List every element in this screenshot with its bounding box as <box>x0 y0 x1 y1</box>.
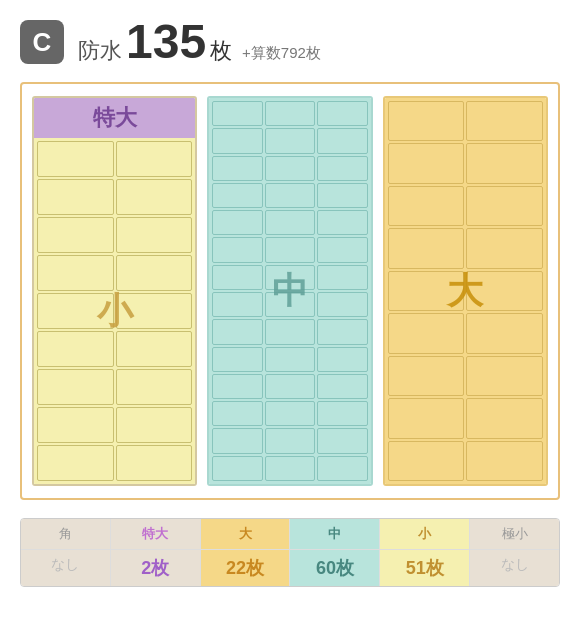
sticker-cell <box>388 228 465 268</box>
sticker-cell <box>265 101 315 126</box>
sticker-cell <box>466 143 543 183</box>
sticker-cell <box>212 374 262 399</box>
sticker-cell <box>212 347 262 372</box>
sticker-cell <box>388 101 465 141</box>
sticker-cell <box>317 456 367 481</box>
header-count: 135 <box>126 18 206 66</box>
sticker-cell <box>212 292 262 317</box>
small-tag-label: 特大 <box>34 98 195 138</box>
sticker-cell <box>37 255 114 291</box>
sticker-cell <box>212 456 262 481</box>
val-dai: 22枚 <box>201 550 291 586</box>
sticker-cell <box>317 292 367 317</box>
header-goku: 極小 <box>470 519 559 550</box>
badge-c: C <box>20 20 64 64</box>
sticker-cell <box>212 101 262 126</box>
sticker-cell <box>37 331 114 367</box>
sticker-cell <box>212 265 262 290</box>
sticker-cell <box>466 228 543 268</box>
sticker-cell <box>317 319 367 344</box>
header-text: 防水 135 枚 +算数792枚 <box>78 18 321 66</box>
sticker-cell <box>317 374 367 399</box>
sticker-cell <box>317 237 367 262</box>
sticker-cell <box>37 141 114 177</box>
sticker-cell <box>388 313 465 353</box>
sticker-cell <box>466 313 543 353</box>
page: C 防水 135 枚 +算数792枚 特大 小 中 <box>0 0 580 620</box>
large-sticker-area: 大 <box>385 98 546 484</box>
sticker-cell <box>265 347 315 372</box>
sticker-cell <box>388 271 465 311</box>
sticker-cell <box>265 237 315 262</box>
header-toku: 特大 <box>111 519 201 550</box>
sticker-cell <box>116 331 193 367</box>
sticker-cell <box>317 347 367 372</box>
sticker-cell <box>317 128 367 153</box>
small-sticker-area: 小 <box>34 138 195 484</box>
sticker-cell <box>317 183 367 208</box>
val-goku: なし <box>470 550 559 586</box>
header-dai: 大 <box>201 519 291 550</box>
sticker-cell <box>317 156 367 181</box>
sticker-cell <box>212 156 262 181</box>
sticker-cell <box>212 210 262 235</box>
small-sticker-grid <box>34 138 195 484</box>
sticker-cell <box>265 319 315 344</box>
sticker-cell <box>265 183 315 208</box>
sticker-cell <box>317 265 367 290</box>
sticker-cell <box>116 293 193 329</box>
sticker-cell <box>317 401 367 426</box>
sticker-cell <box>37 293 114 329</box>
column-large: 大 <box>383 96 548 486</box>
header-label: 防水 <box>78 36 122 66</box>
large-sticker-grid <box>385 98 546 484</box>
val-toku: 2枚 <box>111 550 201 586</box>
val-chuu: 60枚 <box>290 550 380 586</box>
main-grid: 特大 小 中 大 <box>20 82 560 500</box>
sticker-cell <box>212 237 262 262</box>
sticker-cell <box>466 356 543 396</box>
sticker-cell <box>265 156 315 181</box>
sticker-cell <box>265 265 315 290</box>
sticker-cell <box>317 101 367 126</box>
sticker-cell <box>265 456 315 481</box>
sticker-cell <box>388 143 465 183</box>
sticker-cell <box>466 101 543 141</box>
column-small: 特大 小 <box>32 96 197 486</box>
header: C 防水 135 枚 +算数792枚 <box>20 18 560 66</box>
sticker-cell <box>265 128 315 153</box>
sticker-cell <box>265 374 315 399</box>
header-kaku: 角 <box>21 519 111 550</box>
sticker-cell <box>116 217 193 253</box>
column-medium: 中 <box>207 96 372 486</box>
sticker-cell <box>317 210 367 235</box>
sticker-cell <box>466 186 543 226</box>
sticker-cell <box>37 179 114 215</box>
sticker-cell <box>388 356 465 396</box>
summary-table: 角 特大 大 中 小 極小 なし 2枚 22枚 60枚 51枚 なし <box>20 518 560 587</box>
sticker-cell <box>265 210 315 235</box>
sticker-cell <box>116 407 193 443</box>
medium-sticker-area: 中 <box>209 98 370 484</box>
header-unit: 枚 <box>210 36 232 66</box>
header-shou: 小 <box>380 519 470 550</box>
sticker-cell <box>116 141 193 177</box>
sticker-cell <box>116 179 193 215</box>
summary-header-row: 角 特大 大 中 小 極小 <box>21 519 559 550</box>
sticker-cell <box>466 398 543 438</box>
sticker-cell <box>116 369 193 405</box>
sticker-cell <box>37 445 114 481</box>
sticker-cell <box>212 401 262 426</box>
header-sub: +算数792枚 <box>242 44 321 63</box>
sticker-cell <box>212 319 262 344</box>
sticker-cell <box>116 445 193 481</box>
val-kaku: なし <box>21 550 111 586</box>
sticker-cell <box>466 271 543 311</box>
sticker-cell <box>388 186 465 226</box>
sticker-cell <box>265 401 315 426</box>
medium-sticker-grid <box>209 98 370 484</box>
sticker-cell <box>37 369 114 405</box>
sticker-cell <box>212 183 262 208</box>
summary-values-row: なし 2枚 22枚 60枚 51枚 なし <box>21 550 559 586</box>
val-shou: 51枚 <box>380 550 470 586</box>
